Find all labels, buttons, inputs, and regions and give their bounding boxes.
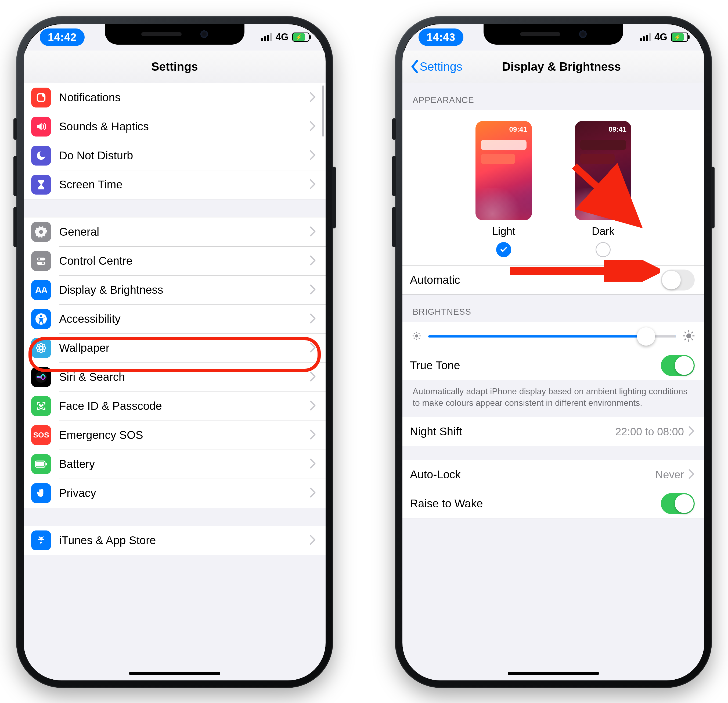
- siri-icon: [31, 367, 51, 387]
- settings-row-label: Siri & Search: [59, 370, 309, 383]
- settings-row-general[interactable]: General: [24, 217, 326, 246]
- radio-light[interactable]: [496, 242, 511, 257]
- raise-toggle[interactable]: [661, 493, 695, 514]
- automatic-toggle[interactable]: [661, 269, 695, 291]
- svg-point-14: [42, 344, 45, 347]
- automatic-label: Automatic: [410, 273, 661, 286]
- appearance-picker: 09:41 Light 09:41: [402, 110, 704, 265]
- dark-thumbnail: 09:41: [575, 121, 631, 220]
- svg-point-8: [40, 347, 43, 350]
- settings-row-wallpaper[interactable]: Wallpaper: [24, 334, 326, 363]
- settings-row-siri[interactable]: Siri & Search: [24, 363, 326, 392]
- svg-line-37: [685, 332, 686, 333]
- settings-row-screentime[interactable]: Screen Time: [24, 170, 326, 199]
- status-time: 14:42: [40, 29, 85, 46]
- chevron-right-icon: [309, 226, 316, 237]
- raise-row[interactable]: Raise to Wake: [402, 489, 704, 518]
- chevron-right-icon: [309, 459, 316, 470]
- settings-row-label: Wallpaper: [59, 341, 309, 354]
- chevron-right-icon: [309, 430, 316, 441]
- nav-bar: Settings: [24, 51, 326, 83]
- screen-left: 14:42 4G ⚡ Settings NotificationsSounds …: [24, 24, 326, 680]
- svg-line-30: [414, 338, 415, 338]
- chevron-right-icon: [309, 92, 316, 103]
- hourglass-icon: [31, 175, 51, 195]
- svg-rect-21: [36, 462, 44, 466]
- chevron-right-icon: [688, 426, 695, 437]
- svg-point-18: [39, 405, 40, 406]
- settings-row-accessibility[interactable]: Accessibility: [24, 304, 326, 334]
- nightshift-detail: 22:00 to 08:00: [615, 426, 684, 438]
- status-time: 14:43: [419, 29, 464, 46]
- svg-point-19: [42, 405, 43, 406]
- chevron-right-icon: [309, 150, 316, 161]
- sun-max-icon: [683, 330, 695, 343]
- svg-line-40: [692, 332, 693, 333]
- settings-row-label: Display & Brightness: [59, 284, 309, 297]
- display-settings-content[interactable]: APPEARANCE 09:41 Light: [402, 83, 704, 680]
- brightness-slider[interactable]: [428, 336, 676, 337]
- svg-rect-2: [37, 258, 45, 261]
- settings-row-label: Screen Time: [59, 178, 309, 191]
- chevron-right-icon: [309, 284, 316, 296]
- carrier-label: 4G: [276, 32, 289, 43]
- svg-line-38: [692, 339, 693, 340]
- settings-row-controlcentre[interactable]: Control Centre: [24, 246, 326, 275]
- truetone-note: Automatically adapt iPhone display based…: [402, 380, 704, 417]
- svg-line-31: [419, 333, 419, 334]
- settings-row-faceid[interactable]: Face ID & Passcode: [24, 392, 326, 421]
- settings-row-battery[interactable]: Battery: [24, 450, 326, 479]
- appstore-icon: [31, 531, 51, 550]
- battery-icon: ⚡: [671, 33, 688, 42]
- moon-icon: [31, 146, 51, 166]
- toggles-icon: [31, 251, 51, 271]
- svg-point-1: [42, 94, 45, 97]
- svg-line-29: [419, 338, 419, 338]
- svg-point-15: [38, 349, 40, 352]
- settings-list[interactable]: NotificationsSounds & HapticsDo Not Dist…: [24, 83, 326, 680]
- nightshift-label: Night Shift: [410, 425, 615, 438]
- chevron-right-icon: [688, 469, 695, 480]
- phone-frame-left: 14:42 4G ⚡ Settings NotificationsSounds …: [16, 16, 333, 688]
- settings-row-label: Sounds & Haptics: [59, 120, 309, 133]
- gear-icon: [31, 222, 51, 242]
- autolock-detail: Never: [655, 469, 684, 481]
- svg-point-7: [40, 315, 42, 317]
- autolock-row[interactable]: Auto-Lock Never: [402, 460, 704, 489]
- nightshift-row[interactable]: Night Shift 22:00 to 08:00: [402, 417, 704, 446]
- settings-row-privacy[interactable]: Privacy: [24, 479, 326, 508]
- back-button[interactable]: Settings: [410, 60, 462, 73]
- light-thumbnail: 09:41: [475, 121, 532, 220]
- appearance-dark-label: Dark: [592, 225, 614, 237]
- back-label: Settings: [420, 60, 462, 73]
- svg-rect-4: [37, 262, 45, 265]
- settings-row-label: Accessibility: [59, 312, 309, 325]
- settings-row-label: Emergency SOS: [59, 429, 309, 441]
- svg-rect-22: [45, 463, 47, 466]
- settings-row-label: Privacy: [59, 487, 309, 500]
- battery-icon: [31, 454, 51, 474]
- radio-dark[interactable]: [595, 242, 611, 257]
- settings-row-label: Notifications: [59, 91, 309, 104]
- chevron-right-icon: [309, 401, 316, 412]
- settings-row-appstore[interactable]: iTunes & App Store: [24, 526, 326, 555]
- truetone-toggle[interactable]: [661, 355, 695, 376]
- automatic-row[interactable]: Automatic: [402, 265, 704, 294]
- settings-row-sounds[interactable]: Sounds & Haptics: [24, 112, 326, 141]
- truetone-row[interactable]: True Tone: [402, 351, 704, 380]
- appearance-option-light[interactable]: 09:41 Light: [475, 121, 532, 257]
- settings-row-notifications[interactable]: Notifications: [24, 83, 326, 112]
- settings-row-display[interactable]: AADisplay & Brightness: [24, 275, 326, 304]
- home-indicator[interactable]: [508, 672, 599, 675]
- truetone-label: True Tone: [410, 359, 661, 372]
- appearance-option-dark[interactable]: 09:41 Dark: [575, 121, 631, 257]
- carrier-label: 4G: [654, 32, 667, 43]
- chevron-right-icon: [309, 179, 316, 190]
- svg-point-5: [42, 262, 44, 265]
- settings-row-label: General: [59, 226, 309, 239]
- svg-point-32: [686, 334, 691, 338]
- settings-row-sos[interactable]: SOSEmergency SOS: [24, 421, 326, 450]
- nav-bar: Settings Display & Brightness: [402, 51, 704, 83]
- home-indicator[interactable]: [129, 672, 220, 675]
- settings-row-dnd[interactable]: Do Not Disturb: [24, 141, 326, 170]
